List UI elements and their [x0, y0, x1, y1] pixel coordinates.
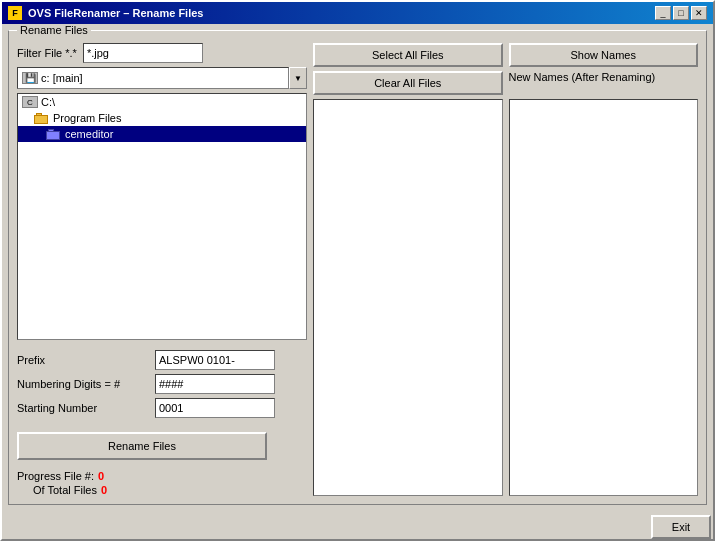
filter-row: Filter File *.*: [17, 43, 307, 63]
prefix-row: Prefix: [17, 350, 307, 370]
file-tree: C C:\ Program Files: [17, 93, 307, 340]
tree-item-programfiles-label: Program Files: [53, 112, 121, 124]
starting-input[interactable]: [155, 398, 275, 418]
filter-input[interactable]: [83, 43, 203, 63]
folder-icon-programfiles: [34, 112, 50, 124]
digits-row: Numbering Digits = #: [17, 374, 307, 394]
maximize-button[interactable]: □: [673, 6, 689, 20]
tree-item-c[interactable]: C C:\: [18, 94, 306, 110]
file-list: [313, 99, 503, 496]
tree-item-program-files[interactable]: Program Files: [18, 110, 306, 126]
app-icon: F: [8, 6, 22, 20]
drive-dropdown-button[interactable]: ▼: [289, 67, 307, 89]
c-drive-icon: C: [22, 96, 38, 108]
middle-section: Select All Files Clear All Files: [313, 43, 503, 95]
left-panel: Filter File *.* 💾 c: [main] ▼: [17, 43, 307, 496]
show-names-button[interactable]: Show Names: [509, 43, 699, 67]
progress-file-label: Progress File #:: [17, 470, 94, 482]
title-bar: F OVS FileRenamer – Rename Files _ □ ✕: [2, 2, 713, 24]
footer: Exit: [2, 511, 713, 539]
exit-button[interactable]: Exit: [651, 515, 711, 539]
content-area: Rename Files Filter File *.* 💾 c:: [2, 24, 713, 511]
drive-label: c: [main]: [41, 72, 83, 84]
progress-section: Progress File #: 0 Of Total Files 0: [17, 470, 307, 496]
filter-label: Filter File *.*: [17, 47, 77, 59]
main-area: Filter File *.* 💾 c: [main] ▼: [17, 43, 698, 496]
clear-all-button[interactable]: Clear All Files: [313, 71, 503, 95]
drive-select-row: 💾 c: [main] ▼: [17, 67, 307, 89]
tree-item-cemeditor-label: cemeditor: [65, 128, 113, 140]
cr-top: Select All Files Clear All Files Show Na…: [313, 43, 698, 95]
folder-icon-cemeditor: [46, 128, 62, 140]
rename-files-button[interactable]: Rename Files: [17, 432, 267, 460]
main-window: F OVS FileRenamer – Rename Files _ □ ✕ R…: [0, 0, 715, 541]
group-label: Rename Files: [17, 24, 91, 36]
progress-total-line: Of Total Files 0: [17, 484, 307, 496]
close-button[interactable]: ✕: [691, 6, 707, 20]
progress-total-label: Of Total Files: [17, 484, 97, 496]
window-title: OVS FileRenamer – Rename Files: [28, 7, 203, 19]
right-section-top: Show Names New Names (After Renaming): [509, 43, 699, 95]
title-controls: _ □ ✕: [655, 6, 707, 20]
digits-label: Numbering Digits = #: [17, 378, 147, 390]
prefix-input[interactable]: [155, 350, 275, 370]
cr-bottom: [313, 99, 698, 496]
center-right: Select All Files Clear All Files Show Na…: [313, 43, 698, 496]
select-all-button[interactable]: Select All Files: [313, 43, 503, 67]
title-bar-text: F OVS FileRenamer – Rename Files: [8, 6, 203, 20]
tree-item-cemeditor[interactable]: cemeditor: [18, 126, 306, 142]
drive-display: 💾 c: [main]: [17, 67, 289, 89]
drive-icon: 💾: [22, 72, 38, 84]
rename-files-group: Rename Files Filter File *.* 💾 c:: [8, 30, 707, 505]
prefix-label: Prefix: [17, 354, 147, 366]
bottom-fields: Prefix Numbering Digits = # Starting Num…: [17, 350, 307, 418]
minimize-button[interactable]: _: [655, 6, 671, 20]
new-names-label: New Names (After Renaming): [509, 71, 699, 83]
progress-file-line: Progress File #: 0: [17, 470, 307, 482]
starting-row: Starting Number: [17, 398, 307, 418]
progress-file-value: 0: [98, 470, 104, 482]
new-names-list: [509, 99, 699, 496]
progress-total-value: 0: [101, 484, 107, 496]
tree-item-c-label: C:\: [41, 96, 55, 108]
digits-input[interactable]: [155, 374, 275, 394]
starting-label: Starting Number: [17, 402, 147, 414]
